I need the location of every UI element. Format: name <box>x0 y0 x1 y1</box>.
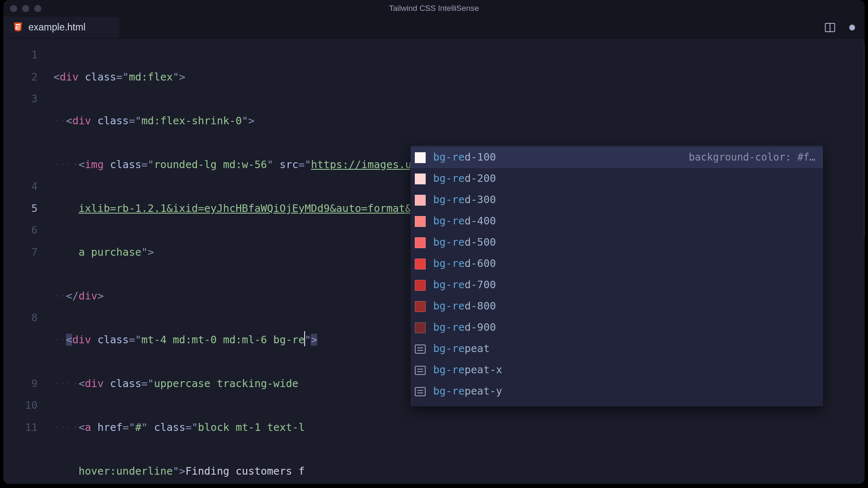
tab-bar: example.html <box>3 17 865 38</box>
class-value: uppercase tracking-wide <box>154 377 305 390</box>
line-number: 8 <box>3 307 38 329</box>
line-number <box>3 110 38 176</box>
autocomplete-item[interactable]: bg-red-600 <box>411 253 823 274</box>
autocomplete-item[interactable]: bg-red-900 <box>411 317 823 338</box>
split-editor-icon[interactable] <box>824 21 836 34</box>
class-value: md:flex-shrink-0 <box>141 115 242 127</box>
line-number: 2 <box>3 66 38 88</box>
code-editor[interactable]: 1 2 3 4 5 6 7 8 9 10 11 <div class="md:f… <box>3 38 865 484</box>
line-number: 4 <box>3 176 38 198</box>
color-swatch-icon <box>415 152 426 163</box>
enum-icon <box>415 345 426 354</box>
tab-example-html[interactable]: example.html <box>3 17 120 38</box>
class-value: block mt-1 text-l <box>198 421 305 433</box>
autocomplete-label: bg-red-200 <box>433 168 496 190</box>
href-value: # <box>135 421 141 433</box>
autocomplete-label: bg-red-800 <box>433 295 496 317</box>
line-number: 9 <box>3 373 38 395</box>
line-number-gutter: 1 2 3 4 5 6 7 8 9 10 11 <box>3 38 53 484</box>
autocomplete-item[interactable]: bg-red-100background-color: #f… <box>411 147 823 168</box>
color-swatch-icon <box>415 195 426 206</box>
line-number <box>3 329 38 373</box>
autocomplete-item[interactable]: bg-repeat-x <box>411 360 823 381</box>
line-number: 5 <box>3 198 38 220</box>
autocomplete-label: bg-red-900 <box>433 317 496 339</box>
autocomplete-label: bg-red-600 <box>433 253 496 275</box>
editor-window: Tailwind CSS IntelliSense example.html 1… <box>3 0 865 484</box>
autocomplete-label: bg-red-500 <box>433 231 496 254</box>
class-value: md:flex <box>129 71 173 83</box>
autocomplete-item[interactable]: bg-red-400 <box>411 211 823 232</box>
color-swatch-icon <box>415 280 426 291</box>
autocomplete-label: bg-repeat-x <box>433 359 502 381</box>
minimap-scrollbar[interactable] <box>864 44 865 237</box>
unsaved-indicator-icon[interactable] <box>848 23 856 32</box>
svg-point-2 <box>849 25 855 30</box>
line-number: 3 <box>3 88 38 110</box>
class-value: hover:underline <box>78 465 173 477</box>
autocomplete-label: bg-red-100 <box>433 146 496 169</box>
html5-icon <box>13 23 23 33</box>
autocomplete-item[interactable]: bg-red-800 <box>411 296 823 317</box>
class-value: mt-4 md:mt-0 md:ml-6 bg-re <box>141 334 305 346</box>
autocomplete-detail: background-color: #f… <box>689 146 815 169</box>
text-content: Finding customers f <box>185 465 305 477</box>
enum-icon <box>415 387 426 396</box>
autocomplete-item[interactable]: bg-red-200 <box>411 168 823 189</box>
code-area[interactable]: <div class="md:flex"> ··<div class="md:f… <box>53 38 865 484</box>
autocomplete-label: bg-red-400 <box>433 210 496 232</box>
autocomplete-popup: bg-red-100background-color: #f…bg-red-20… <box>410 145 823 407</box>
autocomplete-label: bg-red-700 <box>433 274 496 296</box>
autocomplete-label: bg-red-300 <box>433 189 496 211</box>
line-number: 10 <box>3 395 38 417</box>
line-number: 7 <box>3 241 38 264</box>
color-swatch-icon <box>415 237 426 248</box>
alt-text: a purchase <box>78 246 141 258</box>
line-number: 11 <box>3 417 38 439</box>
autocomplete-item[interactable]: bg-repeat-y <box>411 381 823 402</box>
autocomplete-item[interactable]: bg-red-300 <box>411 189 823 211</box>
tab-filename: example.html <box>28 22 86 33</box>
autocomplete-item[interactable]: bg-red-700 <box>411 274 823 296</box>
color-swatch-icon <box>415 174 426 184</box>
line-number: 1 <box>3 44 38 66</box>
line-number <box>3 263 38 307</box>
class-value: rounded-lg md:w-56 <box>154 158 267 171</box>
autocomplete-item[interactable]: bg-red-500 <box>411 232 823 253</box>
window-title: Tailwind CSS IntelliSense <box>3 4 865 13</box>
color-swatch-icon <box>415 322 426 333</box>
color-swatch-icon <box>415 301 426 312</box>
enum-icon <box>415 366 426 375</box>
autocomplete-item[interactable]: bg-repeat <box>411 338 823 360</box>
autocomplete-label: bg-repeat <box>433 338 490 360</box>
line-number: 6 <box>3 219 38 241</box>
color-swatch-icon <box>415 259 426 269</box>
autocomplete-label: bg-repeat-y <box>433 380 502 402</box>
titlebar[interactable]: Tailwind CSS IntelliSense <box>3 0 865 17</box>
color-swatch-icon <box>415 216 426 227</box>
